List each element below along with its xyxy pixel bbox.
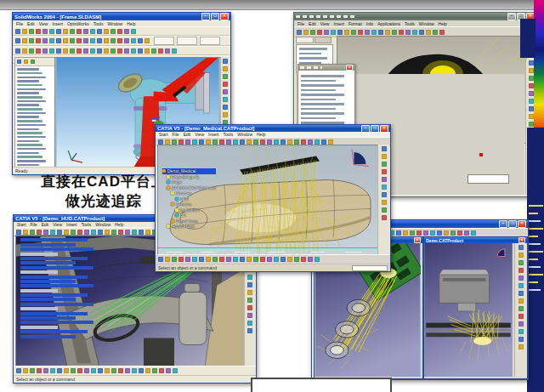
menu-item[interactable]: Format (348, 21, 362, 26)
toolbar-icon[interactable] (430, 230, 435, 236)
tree-row[interactable] (20, 289, 58, 293)
toolbar-icon[interactable] (331, 30, 336, 35)
toolbar-icon[interactable] (172, 257, 177, 262)
menu-item[interactable]: Window (419, 21, 434, 26)
toolbar-icon[interactable] (328, 139, 333, 145)
toolbar-icon[interactable] (529, 122, 534, 127)
toolbar-icon[interactable] (37, 368, 42, 373)
menu-item[interactable]: Window (107, 21, 122, 26)
toolbar-icon[interactable] (433, 30, 438, 35)
toolbar-icon[interactable] (280, 257, 286, 262)
tree-row[interactable] (17, 164, 39, 167)
toolbar-icon[interactable] (50, 230, 55, 235)
palette-close-button[interactable]: × (346, 65, 353, 71)
toolbar-icon[interactable] (144, 48, 150, 54)
toolbar-icon[interactable] (471, 230, 476, 236)
toolbar-icon[interactable] (280, 139, 286, 145)
toolbar-icon[interactable] (152, 368, 157, 373)
tree-row[interactable] (20, 330, 88, 333)
tree-row[interactable] (17, 96, 42, 99)
toolbar-icon[interactable] (382, 200, 387, 205)
toolbar-icon[interactable] (303, 30, 309, 35)
toolbar-icon[interactable] (165, 48, 170, 54)
toolbar-icon[interactable] (138, 48, 143, 54)
toolbar-icon[interactable] (83, 38, 88, 43)
tree-row[interactable] (20, 326, 58, 329)
tree-row[interactable] (301, 89, 336, 92)
toolbar-icon[interactable] (158, 139, 163, 145)
tree-row[interactable] (17, 144, 42, 146)
toolbar-icon[interactable] (132, 368, 137, 373)
toolbar-icon[interactable] (518, 283, 524, 288)
tree-row[interactable] (301, 117, 336, 120)
close-button[interactable]: × (220, 13, 229, 20)
tree-row[interactable] (17, 136, 46, 139)
tree-row[interactable] (301, 94, 344, 96)
toolbar-icon[interactable] (199, 139, 204, 145)
toolbar-icon[interactable] (145, 230, 150, 235)
menu-item[interactable]: Insert (208, 132, 219, 137)
toolbar-icon[interactable] (110, 48, 116, 54)
toolbar-icon[interactable] (240, 257, 245, 262)
toolbar-icon[interactable] (308, 257, 313, 262)
tree-row[interactable] (301, 108, 336, 111)
toolbar-icon[interactable] (301, 139, 306, 145)
menu-item[interactable]: Edit (184, 132, 191, 137)
toolbar-icon[interactable] (247, 290, 252, 295)
command-group-button[interactable] (154, 37, 174, 45)
menu-item[interactable]: Insert (333, 21, 344, 26)
close-button[interactable]: × (518, 237, 525, 243)
toolbar-icon[interactable] (139, 368, 144, 373)
toolbar-icon[interactable] (267, 257, 272, 262)
menu-item[interactable]: File (16, 21, 23, 26)
toolbar-icon[interactable] (43, 368, 48, 373)
toolbar-icon[interactable] (212, 257, 218, 262)
toolbar-icon[interactable] (117, 29, 122, 34)
specification-tree[interactable]: Demo_MedicalPage (Page 1)PageSPEOS CAD V… (162, 168, 216, 230)
toolbar-icon[interactable] (223, 105, 228, 110)
toolbar-icon[interactable] (125, 368, 130, 373)
toolbar-icon[interactable] (124, 29, 129, 34)
toolbar-icon[interactable] (132, 230, 137, 235)
lightguide-viewport[interactable] (424, 243, 513, 377)
toolbar-icon[interactable] (36, 38, 41, 43)
toolbar-icon[interactable] (324, 30, 329, 35)
menu-item[interactable]: View (53, 222, 62, 227)
menu-item[interactable]: Tools (94, 21, 104, 26)
toolbar-icon[interactable] (42, 48, 48, 54)
toolbar-icon[interactable] (274, 257, 279, 262)
tree-row[interactable] (17, 72, 42, 75)
right-toolbar[interactable] (377, 145, 389, 255)
toolbar-icon[interactable] (365, 30, 370, 35)
toolbar-icon[interactable] (90, 48, 95, 54)
toolbar-icon[interactable] (464, 230, 469, 236)
toolbar-icon[interactable] (57, 230, 62, 235)
car-body-viewport[interactable]: Demo_MedicalPage (Page 1)PageSPEOS CAD V… (157, 145, 378, 257)
toolbar-icon[interactable] (219, 139, 224, 145)
tree-row[interactable] (20, 307, 58, 310)
toolbar-icon[interactable] (518, 253, 524, 258)
toolbar-icon[interactable] (166, 368, 171, 373)
toolbar-icon[interactable] (518, 337, 524, 342)
tree-row[interactable] (17, 148, 46, 151)
toolbar-icon[interactable] (90, 29, 95, 34)
tree-tab-icon[interactable] (17, 60, 21, 64)
tree-row[interactable] (17, 156, 42, 158)
toolbar-icon[interactable] (287, 139, 292, 145)
menu-item[interactable]: OptisWorks (67, 21, 89, 26)
palette-titlebar[interactable]: × (298, 65, 354, 71)
toolbar-icon[interactable] (382, 207, 387, 213)
toolbar-icon[interactable] (151, 48, 156, 54)
menu-item[interactable]: Tools (405, 21, 415, 26)
toolbar-icon[interactable] (105, 368, 110, 373)
toolbar-icon[interactable] (97, 48, 102, 54)
toolbar-icon[interactable] (83, 29, 88, 34)
close-button[interactable]: × (518, 220, 526, 228)
toolbar-standard[interactable] (13, 26, 230, 36)
menu-item[interactable]: Help (115, 222, 123, 227)
mini-input-field[interactable] (468, 174, 509, 184)
toolbar-icon[interactable] (457, 230, 462, 236)
tree-row[interactable] (20, 261, 76, 264)
toolbar-icon[interactable] (247, 282, 252, 287)
window-titlebar[interactable]: − □ × (294, 13, 536, 20)
